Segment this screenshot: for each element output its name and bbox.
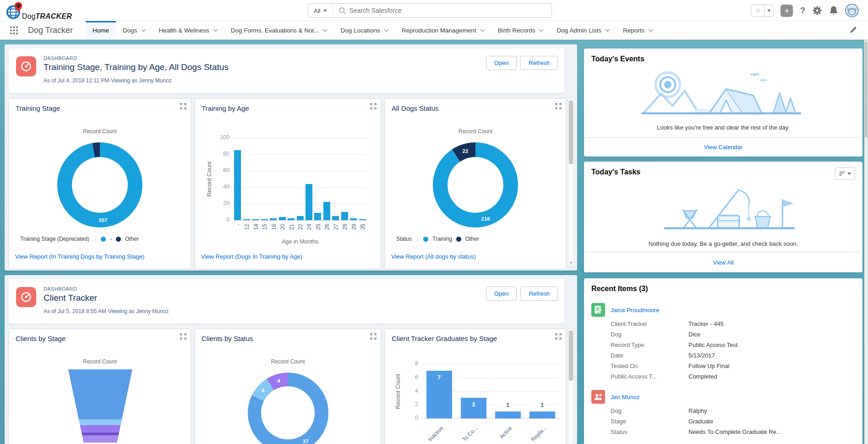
- donut-chart-area[interactable]: 3744: [195, 329, 381, 444]
- tab-reproduction-management[interactable]: Reproduction Management: [395, 21, 491, 39]
- tab-health-wellness[interactable]: Health & Wellness: [152, 21, 224, 39]
- field-row: Client TrackerTracker - 445: [611, 320, 855, 328]
- bar-15[interactable]: [261, 219, 268, 220]
- donut-chart[interactable]: 207: [57, 142, 142, 227]
- recent-items-list: Jaina ProudmooreClient TrackerTracker - …: [591, 297, 855, 444]
- bar-22[interactable]: [297, 216, 304, 220]
- chevron-down-icon[interactable]: [384, 27, 388, 32]
- app-launcher-icon[interactable]: [0, 21, 24, 39]
- tab-home[interactable]: Home: [86, 21, 116, 39]
- dashboard-scrollbar[interactable]: ▼: [568, 98, 574, 266]
- search-input[interactable]: [349, 7, 551, 14]
- search-scope-selector[interactable]: All: [308, 4, 333, 17]
- expand-icon[interactable]: [180, 103, 186, 111]
- donut-chart-area[interactable]: 207: [9, 99, 191, 269]
- x-tick-label: 15: [262, 224, 268, 230]
- funnel-segment[interactable]: [68, 435, 132, 443]
- view-calendar-link[interactable]: View Calendar: [704, 144, 742, 151]
- chevron-down-icon[interactable]: [480, 27, 485, 32]
- view-all-link[interactable]: View All: [713, 259, 733, 266]
- tab-dogs[interactable]: Dogs: [116, 21, 152, 39]
- favorites-caret-icon[interactable]: [764, 5, 773, 16]
- view-report-link[interactable]: View Report (All dogs by status): [391, 253, 476, 260]
- legend-swatch: [423, 237, 428, 242]
- bar-21[interactable]: [288, 218, 295, 220]
- bar-14[interactable]: [252, 219, 259, 220]
- refresh-button[interactable]: Refresh: [520, 287, 558, 301]
- x-tick-label: 16: [271, 224, 277, 230]
- donut-chart[interactable]: 21622: [433, 142, 518, 227]
- refresh-button[interactable]: Refresh: [520, 56, 558, 70]
- sort-caret-icon: [847, 173, 851, 175]
- setup-gear-icon[interactable]: [812, 5, 822, 16]
- chart-card-graduates-by-stage: Client Tracker Graduates by Stage Record…: [385, 329, 566, 444]
- bar-24[interactable]: [306, 184, 312, 220]
- view-report-link[interactable]: View Report (Dogs In Training by Age): [201, 253, 302, 260]
- field-label: Dog: [611, 407, 688, 415]
- chevron-down-icon[interactable]: [141, 27, 146, 32]
- notifications-bell-icon[interactable]: [829, 5, 838, 16]
- bar-16[interactable]: [270, 218, 277, 220]
- bar-chart-area[interactable]: Record Count024687Inactive3To Co...1Acti…: [385, 329, 566, 444]
- chart-title: Client Tracker Graduates by Stage: [392, 335, 497, 342]
- star-icon[interactable]: ☆: [751, 5, 764, 16]
- scrollbar-down-arrow-icon[interactable]: ▼: [568, 261, 573, 265]
- global-actions-button[interactable]: +: [781, 5, 793, 17]
- recent-item-link[interactable]: Jaina Proudmoore: [611, 307, 659, 314]
- dashboard-asof: As of Jul 4, 2018 12:11 PM·Viewing as Je…: [44, 77, 172, 84]
- help-icon[interactable]: ?: [800, 5, 805, 16]
- x-tick-label: 12: [244, 224, 250, 230]
- bar-35[interactable]: [359, 219, 366, 220]
- donut-chart-area[interactable]: 21622: [385, 99, 566, 269]
- funnel-chart-area[interactable]: [9, 329, 191, 444]
- chevron-down-icon[interactable]: [539, 27, 544, 32]
- tasks-sort-button[interactable]: [835, 167, 855, 180]
- funnel-segment[interactable]: [68, 419, 132, 425]
- bar-20[interactable]: [279, 217, 286, 220]
- expand-icon[interactable]: [555, 103, 562, 111]
- bar--[interactable]: [234, 150, 241, 220]
- view-report-link[interactable]: View Report (In Training Dogs by Trainin…: [15, 253, 144, 260]
- bar-26[interactable]: [323, 202, 330, 220]
- chevron-down-icon[interactable]: [649, 27, 653, 32]
- tasks-empty-text: Nothing due today. Be a go-getter, and c…: [584, 240, 863, 247]
- expand-icon[interactable]: [370, 333, 377, 341]
- bar-Active[interactable]: [495, 412, 521, 418]
- user-avatar[interactable]: [845, 4, 859, 17]
- expand-icon[interactable]: [555, 333, 562, 341]
- bar-27[interactable]: [332, 216, 339, 220]
- chevron-down-icon[interactable]: [606, 27, 610, 32]
- funnel-chart[interactable]: [68, 369, 132, 443]
- open-button[interactable]: Open: [486, 56, 517, 70]
- tab-dog-locations[interactable]: Dog Locations: [333, 21, 394, 39]
- page-scrollbar[interactable]: [864, 40, 868, 444]
- chevron-down-icon[interactable]: [323, 27, 328, 32]
- open-button[interactable]: Open: [486, 287, 517, 301]
- bar-29[interactable]: [350, 218, 357, 220]
- tab-reports[interactable]: Reports: [616, 21, 659, 39]
- bar-28[interactable]: [341, 212, 348, 220]
- field-row: DogDice: [611, 330, 855, 339]
- slice-value-label: 37: [303, 439, 309, 444]
- bar-25[interactable]: [314, 213, 321, 220]
- favorites-button[interactable]: ☆: [751, 5, 774, 17]
- dashboard-scrollbar[interactable]: [568, 329, 574, 444]
- expand-icon[interactable]: [370, 103, 377, 111]
- legend-swatch: [116, 237, 121, 242]
- dashboard-icon: [16, 56, 36, 76]
- bar-Repla...[interactable]: [530, 412, 555, 418]
- expand-icon[interactable]: [180, 333, 186, 341]
- bar-12[interactable]: [243, 219, 250, 220]
- donut-chart[interactable]: 3744: [248, 373, 328, 444]
- edit-nav-pencil-icon[interactable]: [849, 26, 857, 36]
- tab-birth-records[interactable]: Birth Records: [491, 21, 550, 39]
- recent-item-link[interactable]: Jen Munoz: [611, 394, 640, 401]
- funnel-segment[interactable]: [68, 369, 132, 419]
- tab-dog-admin-lists[interactable]: Dog Admin Lists: [550, 21, 616, 39]
- tab-dog-forms-evaluations-not[interactable]: Dog Forms, Evaluations & Not...: [224, 21, 334, 39]
- chevron-down-icon[interactable]: [213, 27, 218, 32]
- field-label: Date: [611, 352, 688, 360]
- funnel-segment[interactable]: [68, 425, 132, 433]
- bar-chart-area[interactable]: Record Count020406080100-121415162021222…: [195, 99, 381, 269]
- globe-paw-pin-icon: [5, 1, 24, 22]
